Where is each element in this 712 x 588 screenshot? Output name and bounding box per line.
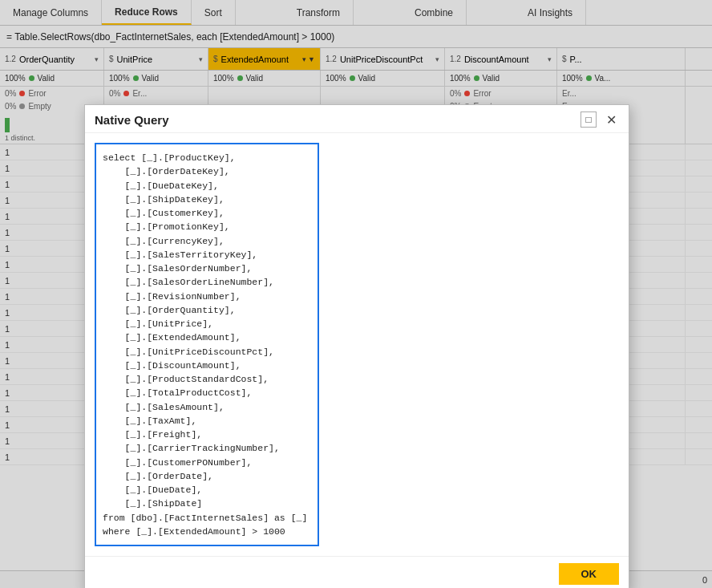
modal-maximize-button[interactable]: □ [581,112,597,128]
modal-controls: □ ✕ [581,112,619,128]
modal-header: Native Query □ ✕ [85,105,629,133]
modal-body: select [_].[ProductKey], [_].[OrderDateK… [85,133,629,556]
modal-footer: OK [85,556,629,588]
native-query-modal: Native Query □ ✕ select [_].[ProductKey]… [84,104,629,588]
modal-close-button[interactable]: ✕ [603,112,619,128]
ok-button[interactable]: OK [559,563,620,585]
modal-title: Native Query [95,113,169,127]
query-text-box[interactable]: select [_].[ProductKey], [_].[OrderDateK… [95,143,319,546]
modal-overlay: Native Query □ ✕ select [_].[ProductKey]… [0,0,712,588]
